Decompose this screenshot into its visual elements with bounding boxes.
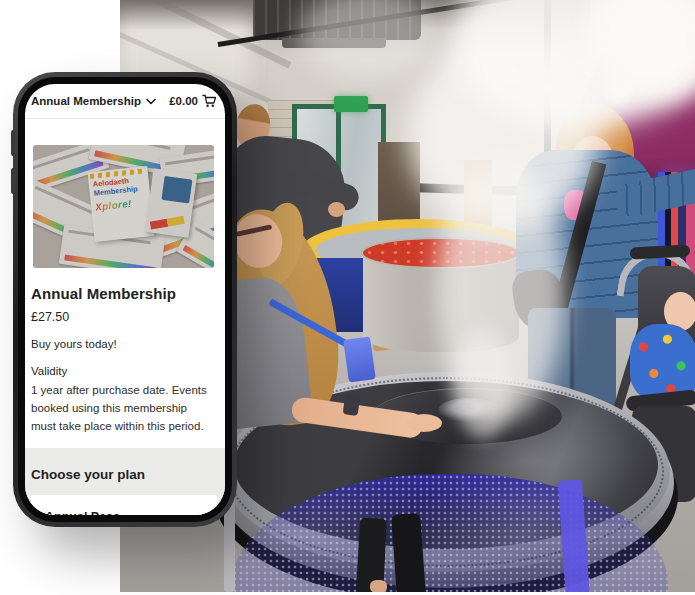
product-details: Annual Membership £27.50 Buy yours today… xyxy=(25,285,225,435)
validity-label: Validity xyxy=(31,365,217,377)
product-price: £27.50 xyxy=(31,310,217,324)
promo-text: Buy yours today! xyxy=(31,338,217,350)
product-selector[interactable]: Annual Membership xyxy=(31,95,156,107)
plan-name: Annual Pass xyxy=(45,510,203,515)
wrist-watch xyxy=(343,393,361,416)
product-title: Annual Membership xyxy=(31,285,217,302)
cart-icon xyxy=(202,94,217,108)
girl-hand xyxy=(406,414,442,432)
man-hand xyxy=(328,202,345,217)
image-dim-overlay xyxy=(33,145,214,268)
app-top-bar: Annual Membership £0.00 xyxy=(25,84,225,119)
product-image-membership-cards: Aelodaeth Membership Xplore! xyxy=(33,145,214,268)
girl-leg xyxy=(391,513,426,592)
volume-button xyxy=(11,130,15,156)
girl-ankle xyxy=(370,580,387,592)
smoke-plume xyxy=(298,0,440,80)
plan-option-annual-pass[interactable]: Annual Pass Unlimited annual membership xyxy=(31,495,217,515)
volume-button xyxy=(11,168,15,194)
chevron-down-icon xyxy=(146,98,156,105)
lanyard-badge xyxy=(343,336,376,382)
product-selector-label: Annual Membership xyxy=(31,95,141,107)
cart-button[interactable]: £0.00 xyxy=(169,94,217,108)
phone-screen: Annual Membership £0.00 xyxy=(25,84,225,515)
phone-mockup: Annual Membership £0.00 xyxy=(13,72,237,527)
plan-section-title: Choose your plan xyxy=(31,467,217,482)
baby-colorful-jacket xyxy=(630,324,695,400)
phone-bezel: Annual Membership £0.00 xyxy=(18,77,232,522)
exit-sign xyxy=(334,96,368,112)
plan-section: Choose your plan Annual Pass Unlimited a… xyxy=(25,448,225,515)
validity-text: 1 year after purchase date. Events booke… xyxy=(31,382,217,435)
cart-total: £0.00 xyxy=(169,95,198,107)
